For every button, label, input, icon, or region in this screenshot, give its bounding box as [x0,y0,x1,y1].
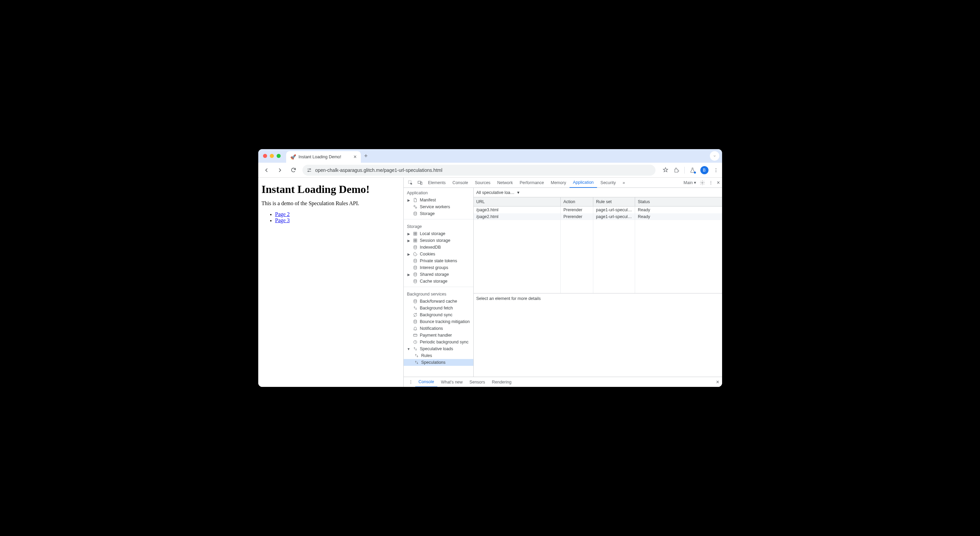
omnibox[interactable]: open-chalk-asparagus.glitch.me/page1-url… [302,165,655,176]
forward-button[interactable] [275,165,285,175]
updown-icon [414,360,419,365]
drawer-tab-sensors[interactable]: Sensors [466,377,488,387]
sidebar-item-label: Private state tokens [420,258,457,263]
svg-point-25 [414,320,416,321]
svg-point-2 [715,168,716,169]
cookie-icon [412,252,418,256]
labs-button[interactable] [689,167,695,173]
inspect-element-button[interactable] [406,180,415,186]
drawer-menu-button[interactable] [406,380,415,385]
sidebar-item[interactable]: Speculations [404,359,473,366]
site-settings-icon[interactable] [307,167,312,173]
device-toolbar-button[interactable] [415,180,425,186]
svg-point-20 [414,259,416,261]
close-drawer-button[interactable]: × [716,379,719,385]
tab-application[interactable]: Application [570,178,597,188]
tabs-overflow[interactable]: » [619,178,628,188]
sidebar-item[interactable]: Private state tokens [404,258,473,264]
sidebar-item[interactable]: ▶Shared storage [404,271,473,278]
tab-memory[interactable]: Memory [547,178,570,188]
star-icon [662,167,669,173]
col-url[interactable]: URL [474,197,561,206]
bookmark-button[interactable] [662,167,669,173]
sidebar-item-label: Background sync [420,312,453,317]
profile-avatar[interactable]: B [700,166,708,174]
col-ruleset[interactable]: Rule set [593,197,635,206]
sidebar-item[interactable]: Interest groups [404,264,473,271]
close-devtools-button[interactable]: × [717,180,720,186]
db-icon [412,211,418,216]
sidebar-item[interactable]: Background sync [404,312,473,318]
cell-action: Prerender [561,206,593,213]
minimize-window-button[interactable] [270,154,274,158]
table-row[interactable]: /page3.htmlPrerenderpage1-url-specul…Rea… [474,206,722,213]
sidebar-item[interactable]: Cache storage [404,278,473,285]
new-tab-button[interactable]: + [364,153,368,160]
sidebar-item[interactable]: IndexedDB [404,244,473,251]
db-icon [412,299,418,304]
tab-sources[interactable]: Sources [471,178,494,188]
page-link[interactable]: Page 3 [275,217,290,223]
reload-button[interactable] [289,165,298,175]
tab-security[interactable]: Security [597,178,619,188]
maximize-window-button[interactable] [277,154,281,158]
col-status[interactable]: Status [635,197,722,206]
reload-icon [291,167,296,173]
kebab-icon [708,180,713,185]
tab-elements[interactable]: Elements [425,178,449,188]
db-icon [412,319,418,324]
sidebar-item[interactable]: ▶Cookies [404,251,473,258]
svg-point-8 [702,182,703,183]
extensions-button[interactable] [673,167,679,173]
sidebar-item[interactable]: Storage [404,210,473,217]
sidebar-item-label: Shared storage [420,272,449,277]
svg-point-28 [410,380,411,381]
sidebar-item[interactable]: Background fetch [404,305,473,312]
sidebar-item[interactable]: Service workers [404,204,473,210]
page-link[interactable]: Page 2 [275,211,290,217]
browser-tab[interactable]: 🚀 Instant Loading Demo! × [286,151,361,163]
drawer-tab-console[interactable]: Console [415,377,438,387]
close-window-button[interactable] [263,154,267,158]
sidebar-item-label: Service workers [420,205,450,209]
page-heading: Instant Loading Demo! [262,183,400,196]
svg-point-11 [711,184,711,184]
sidebar-item[interactable]: Rules [404,352,473,359]
sidebar-item[interactable]: ▶Session storage [404,237,473,244]
tab-overflow-button[interactable] [710,151,719,161]
arrow-left-icon [263,167,269,173]
devtools-settings-button[interactable] [700,180,705,186]
sidebar-item[interactable]: Periodic background sync [404,339,473,345]
close-tab-icon[interactable]: × [353,154,356,160]
browser-window: 🚀 Instant Loading Demo! × + open-chalk-a… [258,149,722,387]
updown-icon [412,347,418,351]
sidebar-item[interactable]: Back/forward cache [404,298,473,305]
puzzle-icon [673,167,679,173]
sidebar-item[interactable]: Payment handler [404,332,473,339]
sidebar-item-label: Local storage [420,231,445,236]
target-selector[interactable]: Main ▾ [684,180,697,185]
sidebar-item[interactable]: Notifications [404,325,473,332]
svg-point-0 [310,169,310,170]
browser-menu-button[interactable] [713,167,719,173]
sidebar-item-label: Cookies [420,252,435,256]
sidebar-group-header: Background services [404,289,473,298]
svg-point-13 [415,207,417,208]
drawer-tab-whatsnew[interactable]: What's new [438,377,466,387]
table-row[interactable]: /page2.htmlPrerenderpage1-url-specul…Rea… [474,213,722,220]
back-button[interactable] [262,165,271,175]
sidebar-item[interactable]: Bounce tracking mitigation [404,318,473,325]
cell-action: Prerender [561,213,593,220]
detail-empty-area [474,304,722,377]
col-action[interactable]: Action [561,197,593,206]
speculation-filter-dropdown[interactable]: All speculative loa… ▾ [476,190,520,195]
devtools-menu-button[interactable] [708,180,713,185]
sidebar-item[interactable]: ▶Manifest [404,197,473,204]
sidebar-item[interactable]: ▼Speculative loads [404,345,473,352]
tab-network[interactable]: Network [494,178,516,188]
drawer-tab-rendering[interactable]: Rendering [488,377,515,387]
sidebar-item[interactable]: ▶Local storage [404,230,473,237]
page-viewport: Instant Loading Demo! This is a demo of … [258,178,403,387]
tab-console[interactable]: Console [449,178,472,188]
tab-performance[interactable]: Performance [516,178,547,188]
